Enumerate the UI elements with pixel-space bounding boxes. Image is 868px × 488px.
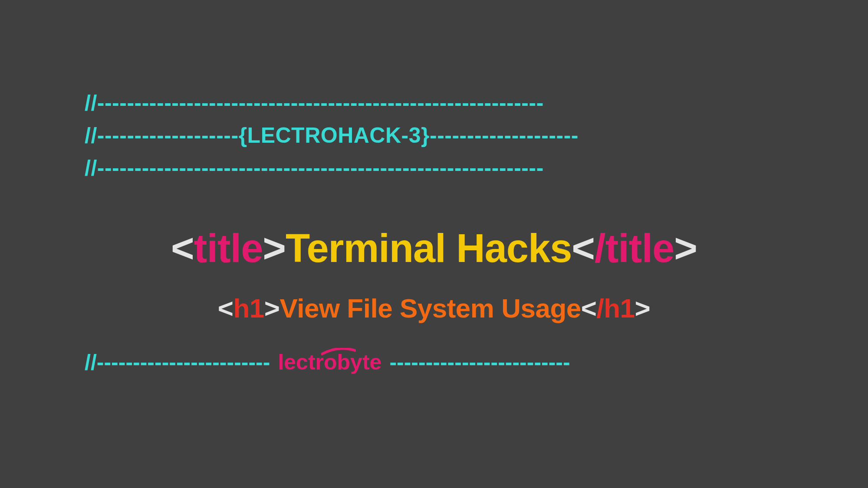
title-line: <title>Terminal Hacks</title> [85, 226, 783, 271]
title-close-tag: /title [595, 226, 674, 270]
title-close-angle: < [572, 226, 595, 270]
subtitle-open-angle: < [218, 293, 233, 323]
header-rule-label-pre: //------------------- [85, 123, 239, 147]
title-open-close-angle: > [263, 226, 286, 270]
header-rule-label: //-------------------{LECTROHACK-3}-----… [85, 119, 783, 152]
subtitle-open-tag: h1 [233, 293, 264, 323]
footer-rule: //------------------------ lectrobyte --… [85, 350, 783, 375]
subtitle-close-close-angle: > [635, 293, 651, 323]
brand-text-right: byte [337, 350, 382, 375]
brand-letter-o-glyph: o [324, 350, 337, 374]
title-close-close-angle: > [674, 226, 697, 270]
footer-rule-post: ------------------------- [389, 350, 570, 375]
title-open-angle: < [171, 226, 194, 270]
title-open-tag: title [194, 226, 263, 270]
subtitle-close-tag: /h1 [597, 293, 635, 323]
subtitle-open-close-angle: > [264, 293, 280, 323]
footer-rule-pre: //------------------------ [85, 350, 270, 375]
brand-letter-o: o [324, 350, 337, 375]
header-rule-label-post: -------------------- [430, 123, 579, 147]
slide: //--------------------------------------… [0, 0, 868, 488]
header-rule-label-text: {LECTROHACK-3} [239, 123, 430, 147]
brand-logo: lectrobyte [278, 350, 381, 375]
subtitle-line: <h1>View File System Usage</h1> [85, 293, 783, 324]
header-rule-bottom: //--------------------------------------… [85, 152, 783, 184]
subtitle-close-angle: < [581, 293, 597, 323]
brand-text-left: lectr [278, 350, 324, 375]
title-text: Terminal Hacks [286, 226, 572, 270]
subtitle-text: View File System Usage [279, 293, 581, 323]
header-rule-top: //--------------------------------------… [85, 87, 783, 119]
slide-content: //--------------------------------------… [85, 87, 783, 375]
